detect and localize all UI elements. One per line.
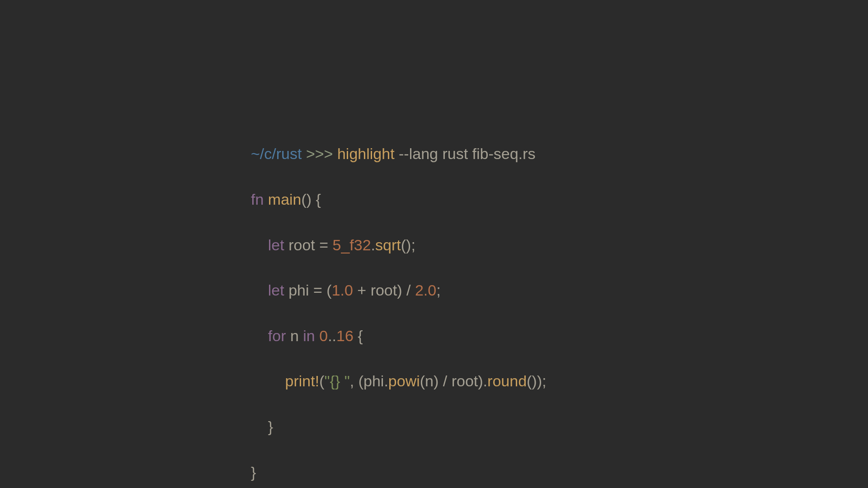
code-line-print: print!("{} ", (phi.powi(n) / root).round…: [251, 370, 563, 392]
prompt-line-1: ~/c/rust >>> highlight --lang rust fib-s…: [251, 142, 563, 165]
flag-lang: --lang: [399, 145, 438, 162]
cwd-path: ~/c/rust: [251, 145, 302, 162]
arg-lang: rust: [442, 145, 468, 162]
prompt-marker: >>>: [306, 145, 333, 162]
code-line-brace-outer: }: [251, 461, 563, 483]
code-line-let-phi: let phi = (1.0 + root) / 2.0;: [251, 279, 563, 301]
code-line-let-root: let root = 5_f32.sqrt();: [251, 234, 563, 256]
code-line-brace-inner: }: [251, 415, 563, 438]
code-line-for: for n in 0..16 {: [251, 324, 563, 347]
arg-file: fib-seq.rs: [472, 145, 536, 162]
terminal-output: ~/c/rust >>> highlight --lang rust fib-s…: [251, 120, 563, 488]
code-line-fn: fn main() {: [251, 188, 563, 211]
command-highlight: highlight: [337, 145, 395, 162]
